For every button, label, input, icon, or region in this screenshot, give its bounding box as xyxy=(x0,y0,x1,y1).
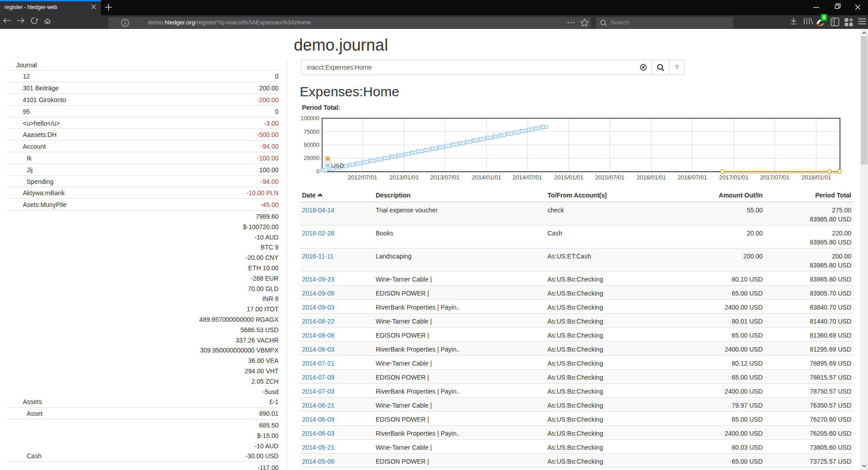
svg-text:2016/07/01: 2016/07/01 xyxy=(678,174,707,181)
svg-text:2014/07/01: 2014/07/01 xyxy=(513,174,542,181)
svg-text:100000: 100000 xyxy=(301,115,320,122)
svg-text:2013/01/01: 2013/01/01 xyxy=(389,174,419,181)
svg-text:2012/07/01: 2012/07/01 xyxy=(348,174,377,181)
svg-text:2018/01/01: 2018/01/01 xyxy=(802,174,831,181)
svg-text:2015/07/01: 2015/07/01 xyxy=(595,174,624,181)
svg-text:2016/01/01: 2016/01/01 xyxy=(637,174,666,181)
svg-text:2017/07/01: 2017/07/01 xyxy=(760,174,789,181)
svg-text:2015/01/01: 2015/01/01 xyxy=(554,174,584,181)
svg-text:0: 0 xyxy=(316,169,320,175)
svg-text:2014/01/01: 2014/01/01 xyxy=(472,174,501,181)
svg-text:2017/01/01: 2017/01/01 xyxy=(719,174,749,181)
svg-text:75000: 75000 xyxy=(304,129,320,135)
svg-text:25000: 25000 xyxy=(304,155,320,161)
svg-text:2013/07/01: 2013/07/01 xyxy=(430,174,460,181)
svg-text:50000: 50000 xyxy=(304,142,320,148)
svg-text:USD: USD xyxy=(331,162,344,169)
